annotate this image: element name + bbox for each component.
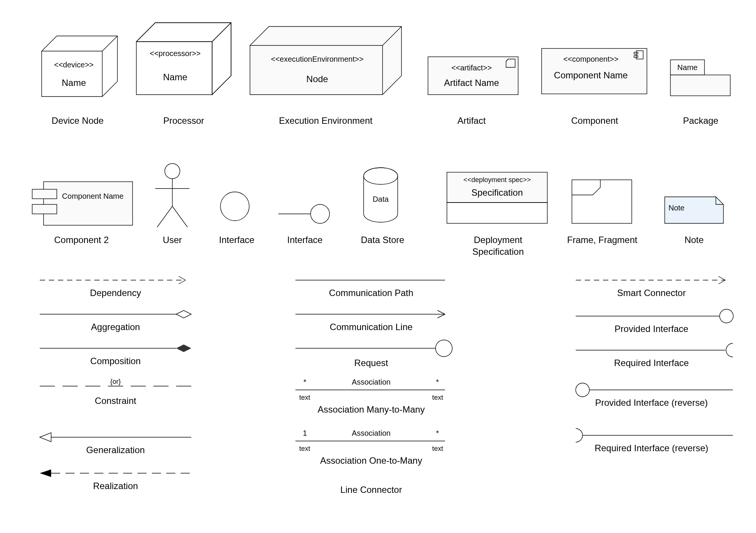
composition-line: [40, 343, 195, 354]
artifact-stereo: <<artifact>>: [428, 64, 515, 72]
deployment-spec-caption: Deployment Specification: [447, 234, 549, 257]
required-iface-rev-label: Required Interface (reverse): [576, 443, 727, 454]
svg-marker-42: [40, 433, 51, 442]
component2-caption: Component 2: [38, 235, 125, 245]
frame-caption: Frame, Fragment: [564, 234, 640, 246]
dependency-label: Dependency: [40, 288, 191, 298]
line-connector-label: Line Connector: [295, 485, 447, 495]
dependency-line: [40, 274, 195, 286]
note-name: Note: [669, 204, 691, 212]
constraint-label: Constraint: [40, 396, 191, 406]
note-caption: Note: [665, 235, 723, 245]
assoc-one-label: Association One-to-Many: [295, 455, 447, 466]
component-stereo: <<component>>: [544, 55, 638, 64]
smart-connector-line: [576, 274, 735, 286]
comm-line-label: Communication Line: [295, 322, 447, 332]
aggregation-line: [40, 309, 195, 320]
interface2-caption: Interface: [278, 235, 331, 245]
svg-line-26: [157, 206, 172, 227]
svg-point-28: [220, 192, 249, 221]
svg-line-27: [172, 206, 187, 227]
processor-caption: Processor: [136, 115, 231, 126]
svg-rect-20: [44, 182, 133, 225]
assoc-one-left-text: text: [299, 445, 318, 453]
interface-lollipop-icon: [278, 204, 331, 223]
user-caption: User: [152, 235, 193, 245]
svg-point-23: [165, 164, 180, 179]
constraint-tag: {or}: [97, 378, 134, 386]
required-iface-label: Required Interface: [576, 358, 727, 368]
svg-point-55: [576, 383, 589, 397]
assoc-many-left-text: text: [299, 394, 318, 402]
composition-label: Composition: [40, 356, 191, 366]
request-line: [295, 339, 455, 358]
assoc-many-right-star: *: [432, 378, 443, 387]
datastore-caption: Data Store: [356, 235, 409, 245]
provided-iface-rev-line: [576, 382, 735, 397]
processor-name: Name: [138, 72, 212, 83]
assoc-many-assoc: Association: [333, 378, 409, 387]
svg-marker-39: [176, 344, 191, 352]
svg-point-30: [311, 204, 330, 223]
svg-marker-5: [136, 23, 231, 42]
assoc-one-right-text: text: [424, 445, 443, 453]
required-iface-line: [576, 343, 735, 358]
device-node-name: Name: [45, 78, 102, 88]
artifact-caption: Artifact: [428, 115, 515, 126]
user-icon: [152, 163, 193, 231]
assoc-many-left-star: *: [299, 378, 311, 387]
svg-rect-13: [428, 57, 518, 95]
generalization-line: [40, 432, 195, 443]
svg-point-31: [364, 168, 398, 184]
assoc-one-right-star: *: [432, 429, 443, 438]
required-iface-rev-line: [576, 428, 735, 443]
svg-point-48: [436, 340, 452, 357]
svg-marker-4: [136, 23, 231, 95]
assoc-one-line: [295, 439, 447, 443]
svg-line-3: [102, 36, 117, 51]
smart-connector-label: Smart Connector: [576, 288, 727, 298]
svg-rect-19: [670, 75, 730, 96]
assoc-one-assoc: Association: [333, 429, 409, 438]
svg-rect-21: [32, 189, 57, 199]
provided-iface-label: Provided Interface: [576, 324, 727, 334]
assoc-one-left: 1: [299, 429, 311, 438]
provided-iface-line: [576, 309, 735, 324]
interface-caption: Interface: [212, 235, 261, 245]
package-caption: Package: [670, 115, 731, 126]
assoc-many-line: [295, 388, 447, 392]
svg-rect-33: [447, 203, 547, 223]
provided-iface-rev-label: Provided Interface (reverse): [576, 397, 727, 408]
svg-point-53: [720, 309, 733, 323]
execution-env-caption: Execution Environment: [250, 115, 401, 126]
execution-env-name: Node: [252, 74, 383, 84]
realization-line: [40, 468, 195, 479]
comm-line: [295, 310, 447, 318]
svg-rect-34: [572, 180, 632, 223]
comm-path-line: [295, 276, 447, 284]
assoc-many-right-text: text: [424, 394, 443, 402]
interface-icon: [220, 191, 254, 225]
package-name: Name: [672, 63, 703, 72]
svg-rect-22: [32, 204, 57, 214]
deployment-spec-name: Specification: [449, 187, 545, 198]
svg-marker-37: [176, 310, 191, 318]
component2-name: Component Name: [59, 191, 127, 201]
datastore-name: Data: [362, 195, 400, 204]
device-node-stereo: <<device>>: [45, 61, 102, 69]
device-node-caption: Device Node: [36, 115, 119, 126]
processor-stereo: <<processor>>: [138, 49, 212, 58]
realization-label: Realization: [40, 481, 191, 491]
artifact-shape: [428, 57, 519, 97]
generalization-label: Generalization: [40, 445, 191, 455]
aggregation-label: Aggregation: [40, 322, 191, 332]
assoc-many-label: Association Many-to-Many: [295, 404, 447, 415]
device-node-shape: [42, 36, 125, 108]
execution-env-shape: [250, 26, 409, 106]
processor-shape: [136, 23, 239, 106]
deployment-spec-stereo: <<deployment spec>>: [449, 176, 545, 184]
artifact-name: Artifact Name: [428, 78, 515, 88]
component2-shape: [32, 182, 134, 227]
frame-shape: [572, 180, 633, 225]
request-label: Request: [295, 358, 447, 368]
